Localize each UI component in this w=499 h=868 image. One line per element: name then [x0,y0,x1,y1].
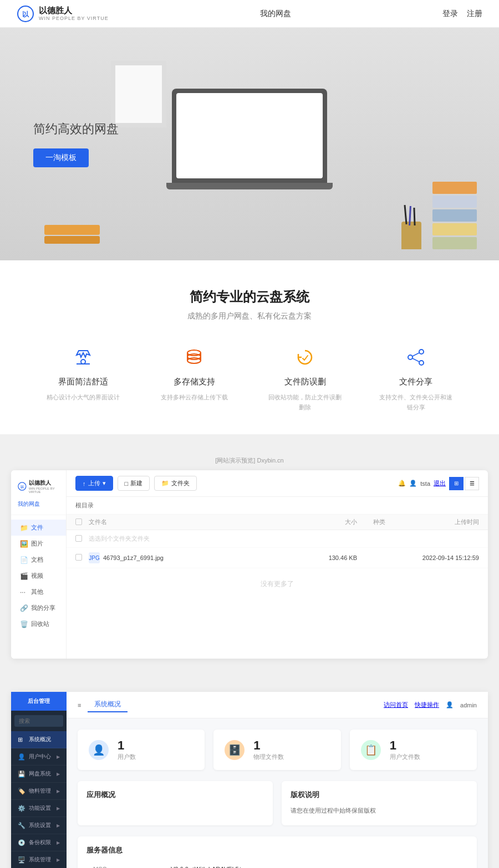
nav-register[interactable]: 注册 [467,9,482,19]
hero-button[interactable]: 一淘模板 [33,148,89,167]
admin-visit-site-link[interactable]: 访问首页 [384,701,408,709]
fm-new-folder-btn[interactable]: 📁 文件夹 [154,476,197,491]
admin-nav-item-5[interactable]: 🔧 系统设置 ▶ [11,817,67,834]
features-section: 简约专业的云盘系统 成熟的多用户网盘、私有化云盘方案 界面简洁舒适 精心设计小大… [0,260,499,434]
fm-upload-btn[interactable]: ↑ 上传 ▾ [75,476,113,491]
admin-nav-label-0: 系统概况 [29,736,51,743]
hero-frame-decoration [111,61,166,127]
fm-new-btn[interactable]: □ 新建 [118,476,150,491]
fm-file-type-icon: JPG [89,552,100,563]
admin-nav-item-0[interactable]: ⊞ 系统概况 [11,731,67,748]
admin-nav-item-4[interactable]: ⚙️ 功能设置 ▶ [11,800,67,817]
hero-notebook-decoration [44,225,100,244]
fm-select-all[interactable] [75,518,82,525]
fm-file-icon-nav: 📁 [20,524,28,532]
fm-row-check-0[interactable] [75,554,82,561]
admin-menu-icon[interactable]: ≡ [78,702,81,708]
fm-sidebar-item-2[interactable]: 📄 文档 [11,552,66,568]
stat-icon-user: 👤 [89,740,109,760]
filemanager: 以 以德胜人 WIN PEOPLE BY VIRTUE 我的网盘 📁 文件 🖼️… [11,470,488,659]
admin-main: ≡ 系统概况 访问首页 快捷操作 👤 admin 👤 1 [67,692,488,868]
fm-video-icon-nav: 🎬 [20,572,28,580]
admin-nav-arrow-1: ▶ [57,754,60,759]
svg-point-11 [419,361,424,365]
feature-item-1: 多存储支持 支持多种云存储上传下载 [155,343,233,412]
admin-search-input[interactable] [14,715,63,727]
fm-row-check-placeholder[interactable] [75,535,82,542]
admin-dashboard-icon: ⊞ [18,736,26,743]
info-row: 应用概况 版权说明 请您在使用过程中始终保留版权 [78,781,477,825]
hero-books-decoration [432,182,477,249]
fm-sidebar-label-2: 文档 [31,556,43,564]
admin-nav-item-7[interactable]: 🖥️ 系统管理 ▶ [11,851,67,868]
copyright-content: 请您在使用过程中始终保留版权 [291,805,468,816]
fm-sidebar-item-4[interactable]: ··· 其他 [11,584,66,600]
fm-logo-en: WIN PEOPLE BY VIRTUE [29,487,59,494]
server-key-0: MSCore [86,862,164,868]
feature-icon-1 [180,343,208,371]
folder-icon: 📁 [161,480,169,487]
feature-icon-2 [291,343,319,371]
fm-sidebar-top: 以 以德胜人 WIN PEOPLE BY VIRTUE 我的网盘 [11,479,66,515]
feature-name-0: 界面简洁舒适 [58,377,108,387]
stat-icon-user-files: 📋 [361,740,381,760]
fm-sidebar: 以 以德胜人 WIN PEOPLE BY VIRTUE 我的网盘 📁 文件 🖼️… [11,470,67,659]
admin-nav-label-3: 物料管理 [29,787,51,795]
nav-login[interactable]: 登录 [442,9,458,19]
bell-icon: 🔔 [398,480,406,487]
stat-card-1: 🗄️ 1 物理文件数 [213,730,340,770]
nav-center: 我的网盘 [260,8,291,19]
features-subtitle: 成熟的多用户网盘、私有化云盘方案 [17,311,482,321]
fm-list-view-btn[interactable]: ☰ [465,477,479,490]
admin-nav-label-1: 用户中心 [29,753,51,761]
app-info-card: 应用概况 [78,781,273,825]
stats-row: 👤 1 用户数 🗄️ 1 物理文件数 📋 [78,730,477,770]
server-val-0: V3.6.0（With LARAVEL5） [164,862,468,868]
admin-quick-action-link[interactable]: 快捷操作 [415,701,439,709]
fm-sidebar-item-3[interactable]: 🎬 视频 [11,568,66,584]
fm-sidebar-item-1[interactable]: 🖼️ 图片 [11,536,66,552]
feature-name-1: 多存储支持 [174,377,215,387]
fm-col-type-header: 种类 [357,518,401,526]
fm-grid-view-btn[interactable]: ⊞ [449,477,464,490]
server-info-table: MSCore V3.6.0（With LARAVEL5） 操作系统 WINNT … [86,862,468,868]
fm-view-btns: ⊞ ☰ [449,477,479,490]
admin-sidebar-title: 后台管理 [11,692,67,711]
admin-nav-item-3[interactable]: 🏷️ 物料管理 ▶ [11,783,67,800]
nav-right: 登录 注册 [442,9,482,19]
feature-name-3: 文件分享 [399,377,432,387]
fm-main: ↑ 上传 ▾ □ 新建 📁 文件夹 🔔 [67,470,488,659]
admin-nav-label-5: 系统设置 [29,821,51,829]
fm-sidebar-item-6[interactable]: 🗑️ 回收站 [11,616,66,632]
admin-backup-icon: 💿 [18,839,26,846]
admin-nav-arrow-4: ▶ [57,806,60,811]
admin-user-icon-topbar: 👤 [446,701,454,708]
site-label-fm: [网站演示预览] Dxybin.cn [11,456,488,465]
admin-nav-item-2[interactable]: 💾 网盘系统 ▶ [11,766,67,783]
admin-nav-item-1[interactable]: 👤 用户中心 ▶ [11,748,67,766]
fm-header-user: 🔔 👤 tsta 退出 [398,479,446,487]
fm-nav-link[interactable]: 我的网盘 [18,501,40,507]
feature-item-2: 文件防误删 回收站功能，防止文件误删删除 [266,343,344,412]
server-info-card: 服务器信息 MSCore V3.6.0（With LARAVEL5） 操作系统 … [78,836,477,868]
fm-sidebar-item-5[interactable]: 🔗 我的分享 [11,600,66,616]
feature-desc-3: 支持文件、文件夹公开和速链分享 [377,393,455,412]
logo-en: WIN PEOPLE BY VIRTUE [39,16,109,22]
svg-point-9 [408,355,413,359]
hero-pencils-decoration [401,222,421,249]
upload-icon: ↑ [83,480,86,487]
fm-file-name-0: 46793_p1z7_6991.jpg [103,554,164,561]
fm-logout-link[interactable]: 退出 [434,479,446,487]
admin-layout: 后台管理 ⊞ 系统概况 👤 用户中心 ▶ 💾 网盘系统 ▶ 🏷️ 物料管理 ▶ [11,692,488,868]
admin-sidebar: 后台管理 ⊞ 系统概况 👤 用户中心 ▶ 💾 网盘系统 ▶ 🏷️ 物料管理 ▶ [11,692,67,868]
hero-section: 简约高效的网盘 一淘模板 [0,28,499,260]
admin-nav-item-6[interactable]: 💿 备份权限 ▶ [11,834,67,851]
admin-tab-overview[interactable]: 系统概况 [88,697,128,712]
nav-my-disk[interactable]: 我的网盘 [260,9,291,18]
fm-col-name-header: 文件名 [89,518,302,526]
admin-nav-arrow-6: ▶ [57,840,60,845]
admin-nav-arrow-3: ▶ [57,789,60,794]
admin-settings-icon: 🔧 [18,822,26,829]
fm-sidebar-item-0[interactable]: 📁 文件 [11,520,66,536]
feature-item-0: 界面简洁舒适 精心设计小大气的界面设计 [44,343,122,412]
